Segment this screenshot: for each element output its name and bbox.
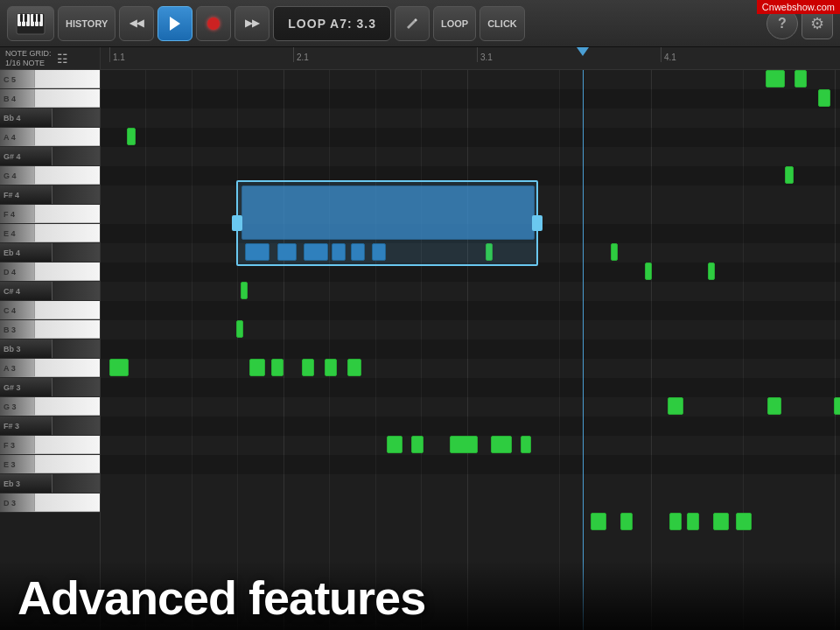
play-button[interactable] <box>158 6 192 41</box>
note[interactable] <box>249 359 265 376</box>
note[interactable] <box>302 359 314 376</box>
note[interactable] <box>620 513 633 530</box>
advanced-features-overlay: Advanced features <box>0 560 840 630</box>
note[interactable] <box>785 166 794 184</box>
note[interactable] <box>387 436 402 453</box>
piano-key-Bb-4[interactable]: Bb 4 <box>0 108 100 128</box>
grid-area[interactable]: 1.1 2.1 3.1 4.1 <box>101 47 840 630</box>
timeline-marker-4: 4.1 <box>661 47 676 62</box>
record-button[interactable] <box>196 6 231 41</box>
note[interactable] <box>645 262 652 280</box>
keys-container: C 5B 4Bb 4A 4G# 4G 4F# 4F 4E 4Eb 4D 4C# … <box>0 70 100 513</box>
note[interactable] <box>236 320 243 338</box>
history-button[interactable]: HISTORY <box>58 6 116 41</box>
timeline-header: 1.1 2.1 3.1 4.1 <box>101 47 840 70</box>
selection-box <box>236 180 538 266</box>
note[interactable] <box>521 436 531 453</box>
piano-key-Cs-4[interactable]: C# 4 <box>0 282 100 301</box>
main-area: NOTE GRID:1/16 NOTE ☷ C 5B 4Bb 4A 4G# 4G… <box>0 47 840 630</box>
note[interactable] <box>669 513 682 530</box>
piano-key-E-3[interactable]: E 3 <box>0 455 100 474</box>
note[interactable] <box>491 436 512 453</box>
note[interactable] <box>736 513 752 530</box>
note[interactable] <box>668 397 683 415</box>
timeline-marker-2: 2.1 <box>293 47 309 62</box>
loop-display: LOOP A7: 3.3 <box>273 6 391 41</box>
note[interactable] <box>766 70 785 88</box>
svg-marker-11 <box>170 17 180 31</box>
piano-key-C-4[interactable]: C 4 <box>0 301 100 320</box>
svg-rect-7 <box>20 14 23 22</box>
piano-key-A-3[interactable]: A 3 <box>0 359 100 378</box>
loop-button[interactable]: LOOP <box>433 6 476 41</box>
record-indicator <box>207 18 220 30</box>
note[interactable] <box>450 436 478 453</box>
advanced-features-text: Advanced features <box>18 574 425 621</box>
note[interactable] <box>708 262 715 280</box>
timeline-marker-3: 3.1 <box>477 47 493 62</box>
piano-key-Fs-4[interactable]: F# 4 <box>0 186 100 205</box>
piano-button[interactable] <box>7 6 54 41</box>
piano-key-Eb-4[interactable]: Eb 4 <box>0 243 100 262</box>
piano-keyboard: NOTE GRID:1/16 NOTE ☷ C 5B 4Bb 4A 4G# 4G… <box>0 47 101 630</box>
note-grid-label: NOTE GRID:1/16 NOTE <box>5 49 52 68</box>
piano-key-Gs-4[interactable]: G# 4 <box>0 147 100 166</box>
list-icon[interactable]: ☷ <box>57 52 68 66</box>
note[interactable] <box>687 513 699 530</box>
row-stripe-b3 <box>101 301 840 320</box>
piano-key-D-4[interactable]: D 4 <box>0 262 100 282</box>
playhead-line <box>583 70 584 630</box>
piano-key-E-4[interactable]: E 4 <box>0 224 100 243</box>
piano-key-B-3[interactable]: B 3 <box>0 320 100 340</box>
piano-key-B-4[interactable]: B 4 <box>0 89 100 108</box>
note[interactable] <box>109 359 129 376</box>
note[interactable] <box>794 70 807 88</box>
piano-key-A-4[interactable]: A 4 <box>0 128 100 147</box>
note[interactable] <box>611 243 618 261</box>
piano-key-F-4[interactable]: F 4 <box>0 205 100 224</box>
note-grid-header: NOTE GRID:1/16 NOTE ☷ <box>0 47 100 70</box>
selection-handle-right[interactable] <box>532 215 542 231</box>
piano-key-G-4[interactable]: G 4 <box>0 166 100 186</box>
piano-key-Fs-3[interactable]: F# 3 <box>0 416 100 436</box>
selection-handle-left[interactable] <box>232 215 242 231</box>
row-stripe-eb3 <box>101 455 840 474</box>
watermark: Cnwebshow.com <box>757 0 840 14</box>
forward-button[interactable]: ▶▶ <box>234 6 270 41</box>
note[interactable] <box>347 359 361 376</box>
note[interactable] <box>834 397 840 415</box>
note[interactable] <box>767 397 781 415</box>
row-stripe-gs4 <box>101 128 840 147</box>
note[interactable] <box>241 282 248 299</box>
row-stripe-gs3 <box>101 378 840 397</box>
click-button[interactable]: CLICK <box>480 6 525 41</box>
rewind-button[interactable]: ◀◀ <box>119 6 154 41</box>
piano-key-D-3[interactable]: D 3 <box>0 494 100 513</box>
note[interactable] <box>713 513 729 530</box>
svg-rect-8 <box>24 14 27 22</box>
grid-canvas <box>101 70 840 630</box>
row-stripe-bb3 <box>101 340 840 359</box>
playhead-triangle <box>577 47 589 56</box>
svg-rect-9 <box>33 14 36 22</box>
note[interactable] <box>271 359 284 376</box>
piano-key-F-3[interactable]: F 3 <box>0 436 100 455</box>
row-stripe-bb4 <box>101 89 840 108</box>
note[interactable] <box>591 513 606 530</box>
piano-key-Bb-3[interactable]: Bb 3 <box>0 340 100 359</box>
piano-key-Gs-3[interactable]: G# 3 <box>0 378 100 397</box>
note[interactable] <box>127 128 136 145</box>
svg-rect-10 <box>38 14 40 22</box>
note[interactable] <box>325 359 337 376</box>
note[interactable] <box>411 436 424 453</box>
piano-key-Eb-3[interactable]: Eb 3 <box>0 474 100 494</box>
timeline-marker-1: 1.1 <box>109 47 125 62</box>
piano-key-G-3[interactable]: G 3 <box>0 397 100 416</box>
note[interactable] <box>818 89 830 107</box>
pencil-button[interactable] <box>395 6 430 41</box>
toolbar: HISTORY ◀◀ ▶▶ LOOP A7: 3.3 LOOP CLICK ? … <box>0 0 840 47</box>
piano-key-C-5[interactable]: C 5 <box>0 70 100 89</box>
row-stripe-fs3 <box>101 416 840 436</box>
